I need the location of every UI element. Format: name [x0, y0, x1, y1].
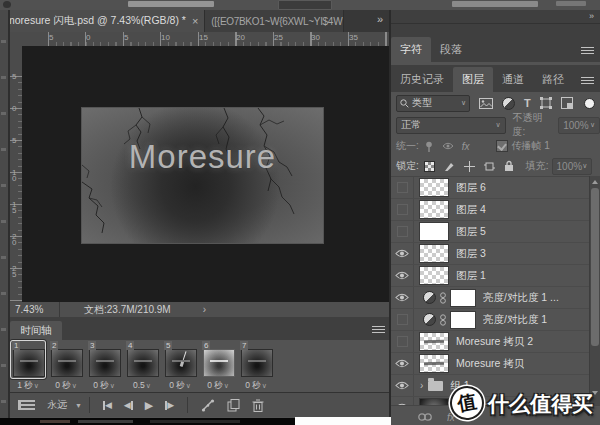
- layer-thumbnail[interactable]: [419, 332, 449, 351]
- frame-duration[interactable]: 0 秒∨: [86, 380, 122, 392]
- filter-smart-object-icon[interactable]: [561, 97, 573, 109]
- unify-style-icon[interactable]: fx: [462, 141, 470, 152]
- layer-row[interactable]: 图层 1: [391, 265, 600, 287]
- tab-timeline[interactable]: 时间轴: [10, 321, 62, 340]
- visibility-toggle[interactable]: [391, 375, 414, 396]
- timeline-frame-5[interactable]: 5 0 秒∨: [162, 341, 198, 393]
- layer-filter-kind-dropdown[interactable]: 类型 ∨: [396, 95, 470, 112]
- layer-thumbnail[interactable]: [419, 178, 449, 197]
- layer-name[interactable]: 图层 1: [456, 269, 486, 283]
- layer-name[interactable]: Moresure 拷贝 2: [456, 335, 533, 349]
- play-button[interactable]: ▶: [145, 399, 153, 412]
- document-tab-inactive[interactable]: ([{EO7BKO1~W{6XWL~YI$4W: [205, 10, 344, 32]
- layer-row[interactable]: 图层 6: [391, 177, 600, 199]
- layer-name[interactable]: Moresure 拷贝: [456, 357, 524, 371]
- layers-scrollbar[interactable]: [589, 176, 600, 405]
- filter-image-icon[interactable]: [479, 98, 493, 109]
- layer-row[interactable]: Moresure 拷贝: [391, 353, 600, 375]
- close-tab-icon[interactable]: ×: [192, 15, 198, 27]
- unify-visibility-icon[interactable]: [442, 142, 454, 150]
- layer-row[interactable]: 图层 5: [391, 221, 600, 243]
- scrollbar-thumb[interactable]: [591, 188, 599, 346]
- tab-paths[interactable]: 路径: [533, 67, 573, 92]
- frame-duration[interactable]: 0 秒∨: [238, 380, 274, 392]
- delete-frame-trash-icon[interactable]: [252, 399, 264, 412]
- visibility-toggle[interactable]: [391, 353, 414, 374]
- collapse-panels-icon[interactable]: »: [391, 10, 600, 24]
- lock-pixels-brush-icon[interactable]: [444, 161, 455, 172]
- layer-name[interactable]: 图层 6: [456, 181, 486, 195]
- tab-overflow-icon[interactable]: »: [377, 10, 389, 32]
- tab-character[interactable]: 字符: [391, 37, 431, 62]
- tab-layers[interactable]: 图层: [453, 67, 493, 92]
- zoom-level-field[interactable]: 7.43%: [10, 302, 60, 317]
- next-frame-button[interactable]: ▶: [165, 400, 174, 410]
- layer-thumbnail[interactable]: [419, 200, 449, 219]
- propagate-frame-checkbox[interactable]: [496, 140, 508, 152]
- timeline-frame-3[interactable]: 3 0 秒∨: [86, 341, 122, 393]
- character-panel-menu-icon[interactable]: [581, 47, 594, 54]
- layer-name[interactable]: 图层 5: [456, 225, 486, 239]
- layer-name[interactable]: 图层 3: [456, 247, 486, 261]
- previous-frame-button[interactable]: ◀: [124, 400, 133, 410]
- layer-row[interactable]: 图层 3: [391, 243, 600, 265]
- lock-artboard-icon[interactable]: [484, 161, 495, 172]
- first-frame-button[interactable]: ◀: [103, 400, 112, 410]
- blend-mode-dropdown[interactable]: 正常 ∨: [396, 117, 506, 134]
- group-expand-arrow-icon[interactable]: ›: [420, 380, 423, 391]
- layers-panel-menu-icon[interactable]: [581, 77, 594, 84]
- layer-row[interactable]: Moresure 拷贝 2: [391, 331, 600, 353]
- document-tab-active[interactable]: moresure 闪电.psd @ 7.43%(RGB/8) * ×: [0, 10, 205, 32]
- visibility-toggle[interactable]: [391, 199, 414, 220]
- visibility-toggle[interactable]: [391, 287, 414, 308]
- layer-thumbnail[interactable]: [419, 266, 449, 285]
- lock-transparency-icon[interactable]: [424, 161, 435, 172]
- frame-duration[interactable]: 0.5∨: [124, 380, 160, 390]
- filter-toggle-icon[interactable]: [584, 98, 595, 109]
- artwork-image[interactable]: Moresure: [81, 107, 324, 244]
- timeline-panel-menu-icon[interactable]: [372, 326, 385, 333]
- tab-history[interactable]: 历史记录: [391, 67, 453, 92]
- timeline-frame-4[interactable]: 4 0.5∨: [124, 341, 160, 393]
- duplicate-frame-icon[interactable]: [227, 399, 240, 412]
- link-layers-icon[interactable]: [417, 413, 433, 421]
- visibility-toggle[interactable]: [391, 243, 414, 264]
- visibility-toggle[interactable]: [391, 177, 414, 198]
- layer-row[interactable]: 图层 4: [391, 199, 600, 221]
- opacity-field[interactable]: 100% ∨: [558, 117, 600, 134]
- layer-name[interactable]: 亮度/对比度 1 ...: [483, 291, 559, 305]
- unify-position-icon[interactable]: [424, 141, 434, 152]
- frame-duration[interactable]: 1 秒∨: [10, 380, 46, 392]
- convert-to-video-timeline-icon[interactable]: [18, 400, 35, 410]
- visibility-toggle[interactable]: [391, 265, 414, 286]
- filter-shape-icon[interactable]: [540, 97, 552, 109]
- timeline-frame-2[interactable]: 2 0 秒∨: [48, 341, 84, 393]
- status-menu-arrow-icon[interactable]: ›: [203, 304, 206, 315]
- layer-name[interactable]: 亮度/对比度 1: [483, 313, 547, 327]
- fill-field[interactable]: 100% ∨: [552, 158, 592, 175]
- timeline-frame-1[interactable]: 1 1 秒∨: [10, 341, 46, 393]
- lock-position-icon[interactable]: [464, 161, 475, 172]
- layer-thumbnail[interactable]: [419, 222, 449, 241]
- layer-mask-thumbnail[interactable]: [450, 311, 476, 329]
- layer-mask-thumbnail[interactable]: [450, 289, 476, 307]
- lock-all-padlock-icon[interactable]: [504, 160, 514, 172]
- loop-count-dropdown[interactable]: 永远 ▼: [47, 398, 82, 412]
- adjustment-layer-row[interactable]: 亮度/对比度 1: [391, 309, 600, 331]
- timeline-frame-6[interactable]: 6 0 秒∨: [200, 341, 236, 393]
- visibility-toggle[interactable]: [391, 221, 414, 242]
- layer-thumbnail[interactable]: [419, 354, 449, 373]
- tween-frames-icon[interactable]: [201, 399, 215, 412]
- visibility-toggle[interactable]: [391, 331, 414, 352]
- scroll-up-icon[interactable]: [592, 180, 598, 184]
- frame-duration[interactable]: 0 秒∨: [200, 380, 236, 392]
- visibility-toggle[interactable]: [391, 309, 414, 330]
- frame-duration[interactable]: 0 秒∨: [48, 380, 84, 392]
- frame-duration[interactable]: 0 秒∨: [162, 380, 198, 392]
- canvas-area[interactable]: Moresure: [22, 46, 389, 303]
- layer-thumbnail[interactable]: [419, 244, 449, 263]
- tab-paragraph[interactable]: 段落: [431, 37, 471, 62]
- filter-type-icon[interactable]: T: [524, 97, 531, 109]
- timeline-frame-7[interactable]: 7 0 秒∨: [238, 341, 274, 393]
- layer-name[interactable]: 图层 4: [456, 203, 486, 217]
